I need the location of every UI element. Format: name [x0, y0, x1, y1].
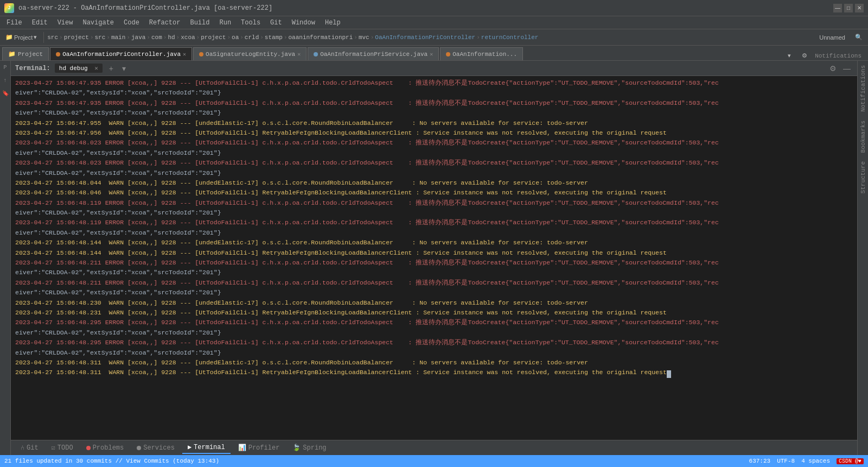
chevron-icon: ▾	[34, 34, 37, 41]
minimize-button[interactable]: —	[833, 4, 842, 12]
breadcrumb-oa[interactable]: oa	[232, 34, 239, 41]
maximize-button[interactable]: □	[844, 4, 853, 12]
tab-signature-file[interactable]: OaSignatureLogEntity.java ✕	[193, 47, 307, 60]
log-line: 2023-04-27 15:06:48.311 WARN [xcoa,,] 92…	[15, 368, 853, 377]
terminal-tab-name: hd debug	[59, 65, 88, 72]
log-line: 2023-04-27 15:06:48.119 ERROR [xcoa,,] 9…	[15, 198, 853, 208]
breadcrumb-controller[interactable]: OaAnInformationPriController	[375, 34, 475, 41]
log-line: eiver":"CRLDOA-02","extSysId":"xcoa","sr…	[15, 228, 853, 238]
menu-window[interactable]: Window	[288, 18, 320, 28]
menu-bar: File Edit View Navigate Code Refactor Bu…	[0, 16, 868, 29]
breadcrumb-project2[interactable]: project	[201, 34, 226, 41]
menu-run[interactable]: Run	[215, 18, 235, 28]
tab-notifications-area: ▾ ⚙ Notifications	[784, 51, 866, 60]
terminal-settings-button[interactable]: ⚙	[827, 64, 839, 73]
menu-file[interactable]: File	[2, 18, 27, 28]
breadcrumb-src2[interactable]: src	[95, 34, 106, 41]
todo-icon: ☑	[52, 444, 55, 452]
close-button[interactable]: ✕	[855, 4, 864, 12]
bottom-tab-git[interactable]: ⑃ Git	[15, 443, 44, 453]
tab-overflow-button[interactable]: ▾	[784, 51, 794, 60]
terminal-tab-close[interactable]: ✕	[94, 65, 98, 72]
breadcrumb-method[interactable]: returnController	[481, 34, 539, 41]
tab-close-controller[interactable]: ✕	[183, 51, 186, 58]
run-config-button[interactable]: Unnamed	[816, 33, 848, 42]
terminal-chevron-button[interactable]: ▾	[120, 64, 128, 73]
log-line: 2023-04-27 15:06:47.955 WARN [xcoa,,] 92…	[15, 118, 853, 128]
tab-project-view[interactable]: 📁 Project	[2, 47, 49, 60]
bottom-tab-problems[interactable]: Problems	[81, 443, 130, 453]
breadcrumb-mvc[interactable]: mvc	[359, 34, 369, 41]
log-line: 2023-04-27 15:06:48.211 ERROR [xcoa,,] 9…	[15, 278, 853, 288]
log-line: 2023-04-27 15:06:48.023 ERROR [xcoa,,] 9…	[15, 138, 853, 148]
log-line: 2023-04-27 15:06:47.935 ERROR [xcoa,,] 9…	[15, 98, 853, 108]
log-line: 2023-04-27 15:06:48.211 ERROR [xcoa,,] 9…	[15, 258, 853, 268]
tab-info-file[interactable]: OaAnInformation...	[440, 47, 523, 60]
status-indent: 4 spaces	[801, 458, 830, 464]
spring-icon: 🍃	[292, 444, 301, 452]
log-line: 2023-04-27 15:06:47.935 ERROR [xcoa,,] 9…	[15, 78, 853, 88]
sidebar-bookmarks-icon[interactable]: 🔖	[1, 89, 10, 98]
java-file-icon	[56, 52, 60, 56]
breadcrumb-java[interactable]: java	[131, 34, 145, 41]
right-sidebar: Notifications Bookmarks Structure	[857, 61, 868, 455]
menu-refactor[interactable]: Refactor	[145, 18, 185, 28]
services-icon	[137, 446, 141, 450]
breadcrumb-oainfo[interactable]: oaaninformationpri	[288, 34, 353, 41]
sidebar-project-icon[interactable]: P	[1, 63, 10, 72]
menu-git[interactable]: Git	[266, 18, 286, 28]
terminal-header: Terminal: hd debug ✕ + ▾ ⚙ —	[11, 61, 857, 76]
bottom-tab-profiler[interactable]: 📊 Profiler	[233, 442, 285, 453]
java-file-icon-2	[199, 52, 203, 56]
bottom-tab-terminal[interactable]: ▶ Terminal	[182, 441, 231, 454]
log-line: 2023-04-27 15:06:48.295 ERROR [xcoa,,] 9…	[15, 338, 853, 348]
project-view-button[interactable]: 📁 Project ▾	[2, 33, 40, 42]
breadcrumb-main[interactable]: main	[111, 34, 125, 41]
breadcrumb-xcoa[interactable]: xcoa	[181, 34, 195, 41]
search-everywhere-button[interactable]: 🔍	[852, 33, 866, 42]
interface-file-icon	[314, 52, 318, 56]
settings-button[interactable]: ⚙	[799, 51, 810, 60]
menu-tools[interactable]: Tools	[237, 18, 265, 28]
log-line: 2023-04-27 15:06:48.311 WARN [xcoa,,] 92…	[15, 358, 853, 368]
terminal-active-tab[interactable]: hd debug ✕	[55, 64, 103, 73]
left-sidebar: P ↑ 🔖	[0, 61, 11, 455]
breadcrumb-project[interactable]: project	[64, 34, 89, 41]
terminal-cursor	[667, 370, 671, 378]
bottom-tab-todo[interactable]: ☑ TODO	[46, 442, 79, 453]
breadcrumb-com[interactable]: com	[151, 34, 162, 41]
breadcrumb-hd[interactable]: hd	[168, 34, 175, 41]
bottom-tab-services[interactable]: Services	[131, 443, 180, 453]
terminal-minimize-button[interactable]: —	[841, 64, 853, 73]
log-line: eiver":"CRLDOA-02","extSysId":"xcoa","sr…	[15, 208, 853, 218]
tab-bar: 📁 Project OaAnInformationPriController.j…	[0, 46, 868, 61]
sidebar-commit-icon[interactable]: ↑	[1, 76, 10, 85]
right-sidebar-bookmarks[interactable]: Bookmarks	[859, 116, 867, 157]
log-line: 2023-04-27 15:06:48.144 WARN [xcoa,,] 92…	[15, 248, 853, 258]
log-line: eiver":"CRLDOA-02","extSysId":"xcoa","sr…	[15, 348, 853, 358]
tab-service-file[interactable]: OaAnInformationPriService.java ✕	[308, 47, 439, 60]
menu-view[interactable]: View	[53, 18, 78, 28]
tab-close-signature[interactable]: ✕	[297, 51, 301, 58]
menu-edit[interactable]: Edit	[28, 18, 52, 28]
terminal-panel[interactable]: 2023-04-27 15:06:47.935 ERROR [xcoa,,] 9…	[11, 76, 857, 440]
terminal-add-button[interactable]: +	[107, 64, 116, 73]
log-line: 2023-04-27 15:06:48.023 ERROR [xcoa,,] 9…	[15, 158, 853, 168]
tab-close-service[interactable]: ✕	[430, 51, 433, 58]
bottom-bar: ⑃ Git ☑ TODO Problems Services ▶ Termina…	[11, 440, 857, 455]
log-line: 2023-04-27 15:06:48.046 WARN [xcoa,,] 92…	[15, 188, 853, 198]
unnamed-config-label: Unnamed	[819, 34, 845, 41]
breadcrumb-stamp[interactable]: stamp	[265, 34, 283, 41]
bottom-tab-spring[interactable]: 🍃 Spring	[287, 442, 331, 453]
breadcrumb-crld[interactable]: crld	[245, 34, 259, 41]
menu-navigate[interactable]: Navigate	[78, 18, 118, 28]
right-sidebar-notifications[interactable]: Notifications	[859, 61, 867, 116]
menu-build[interactable]: Build	[186, 18, 214, 28]
menu-help[interactable]: Help	[321, 18, 345, 28]
right-sidebar-structure[interactable]: Structure	[859, 157, 867, 198]
tab-controller-file[interactable]: OaAnInformationPriController.java ✕	[50, 47, 192, 60]
log-line: 2023-04-27 15:06:47.956 WARN [xcoa,,] 92…	[15, 128, 853, 138]
log-line: 2023-04-27 15:06:48.231 WARN [xcoa,,] 92…	[15, 308, 853, 318]
menu-code[interactable]: Code	[119, 18, 144, 28]
breadcrumb-src[interactable]: src	[47, 34, 58, 41]
